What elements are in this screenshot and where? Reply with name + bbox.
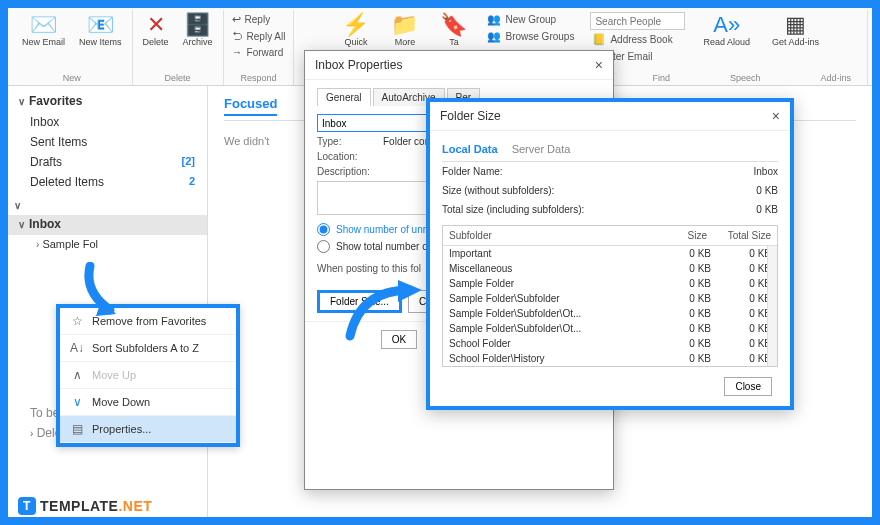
ribbon-group-label: New [63, 73, 81, 83]
sidebar-item-drafts[interactable]: Drafts[2] [8, 152, 207, 172]
dialog-title: Folder Size [440, 109, 501, 123]
table-row[interactable]: Sample Folder\Subfolder\Ot...0 KB0 KB [443, 321, 777, 336]
sort-icon: A↓ [70, 341, 84, 355]
tab-server-data[interactable]: Server Data [512, 143, 571, 155]
dialog-titlebar: Folder Size × [430, 102, 790, 131]
watermark-icon: T [18, 497, 36, 515]
size-label: Size (without subfolders): [442, 185, 554, 196]
subfolder-table: Subfolder Size Total Size Important0 KB0… [442, 225, 778, 367]
move-button[interactable]: 📁More [387, 12, 422, 50]
search-people-input[interactable] [590, 12, 685, 30]
reply-icon: ↩ [232, 13, 241, 26]
inbox-folder-selected[interactable]: ∨Inbox [8, 215, 207, 235]
scrollbar[interactable] [767, 246, 777, 366]
cm-move-up: ∧Move Up [60, 362, 236, 389]
browse-groups-button[interactable]: 👥Browse Groups [485, 29, 576, 44]
address-book-button[interactable]: 📒Address Book [590, 32, 685, 47]
table-body: Important0 KB0 KBMiscellaneous0 KB0 KBSa… [443, 246, 777, 366]
sidebar-item-sent[interactable]: Sent Items [8, 132, 207, 152]
tab-focused[interactable]: Focused [224, 96, 277, 116]
chevron-right-icon: › [30, 428, 33, 439]
tab-general[interactable]: General [317, 88, 371, 106]
table-row[interactable]: Miscellaneous0 KB0 KB [443, 261, 777, 276]
ribbon-group-label: Respond [241, 73, 277, 83]
table-row[interactable]: Sample Folder\Subfolder0 KB0 KB [443, 291, 777, 306]
archive-button[interactable]: 🗄️Archive [179, 12, 217, 50]
radio-total-input[interactable] [317, 240, 330, 253]
reply-button[interactable]: ↩Reply [230, 12, 288, 27]
ribbon-group-new: ✉️New Email 📧New Items New [12, 10, 133, 85]
mail-new-icon: 📧 [87, 14, 114, 36]
ribbon-group-label: Speech [730, 73, 761, 83]
tags-button[interactable]: 🔖Ta [436, 12, 471, 50]
speaker-icon: A» [713, 14, 740, 36]
close-button[interactable]: × [772, 108, 780, 124]
close-button[interactable]: Close [724, 377, 772, 396]
properties-icon: ▤ [70, 422, 84, 436]
watermark: T TEMPLATE.NET [18, 497, 152, 515]
annotation-arrow [82, 262, 132, 322]
new-group-button[interactable]: 👥New Group [485, 12, 576, 27]
arrow-down-icon: ∨ [70, 395, 84, 409]
dialog-title: Inbox Properties [315, 58, 402, 72]
mail-icon: ✉️ [30, 14, 57, 36]
col-subfolder: Subfolder [449, 230, 643, 241]
new-items-button[interactable]: 📧New Items [75, 12, 126, 50]
get-addins-button[interactable]: ▦Get Add-ins [768, 12, 823, 50]
lightning-icon: ⚡ [342, 14, 369, 36]
folder-move-icon: 📁 [391, 14, 418, 36]
forward-button[interactable]: →Forward [230, 45, 288, 59]
type-label: Type: [317, 136, 377, 147]
new-email-button[interactable]: ✉️New Email [18, 12, 69, 50]
table-row[interactable]: School Folder\History0 KB0 KB [443, 351, 777, 366]
reply-all-icon: ⮌ [232, 30, 243, 42]
table-row[interactable]: Sample Folder0 KB0 KB [443, 276, 777, 291]
folder-context-menu: ☆Remove from Favorites A↓Sort Subfolders… [56, 304, 240, 447]
radio-unread-input[interactable] [317, 223, 330, 236]
account-header[interactable]: ∨ [8, 198, 207, 215]
table-row[interactable]: Sample Folder\Subfolder\Ot...0 KB0 KB [443, 306, 777, 321]
chevron-right-icon: › [36, 239, 39, 250]
size-value: 0 KB [756, 185, 778, 196]
addins-icon: ▦ [785, 14, 806, 36]
ribbon-group-delete: ✕Delete 🗄️Archive Delete [133, 10, 224, 85]
folder-name-label: Folder Name: [442, 166, 503, 177]
ribbon-group-label: Add-ins [820, 73, 851, 83]
close-button[interactable]: × [595, 57, 603, 73]
sidebar-item-deleted[interactable]: Deleted Items2 [8, 172, 207, 192]
ribbon-group-label: Find [652, 73, 670, 83]
description-label: Description: [317, 166, 377, 177]
tab-local-data[interactable]: Local Data [442, 143, 498, 155]
chevron-down-icon: ∨ [18, 96, 25, 107]
ribbon-group-respond: ↩Reply ⮌Reply All →Forward Respond [224, 10, 295, 85]
forward-icon: → [232, 46, 243, 58]
chevron-down-icon: ∨ [14, 200, 21, 211]
favorites-header[interactable]: ∨Favorites [8, 92, 207, 112]
book-icon: 📒 [592, 33, 606, 46]
people-icon: 👥 [487, 30, 501, 43]
arrow-up-icon: ∧ [70, 368, 84, 382]
annotation-arrow [340, 278, 430, 348]
cm-move-down[interactable]: ∨Move Down [60, 389, 236, 416]
folder-size-tabs: Local Data Server Data [442, 139, 778, 162]
quick-steps-button[interactable]: ⚡Quick [338, 12, 373, 50]
delete-button[interactable]: ✕Delete [139, 12, 173, 50]
folder-size-dialog: Folder Size × Local Data Server Data Fol… [426, 98, 794, 410]
table-row[interactable]: School Folder0 KB0 KB [443, 336, 777, 351]
col-total: Total Size [707, 230, 771, 241]
reply-all-button[interactable]: ⮌Reply All [230, 29, 288, 43]
table-row[interactable]: Important0 KB0 KB [443, 246, 777, 261]
total-size-value: 0 KB [756, 204, 778, 215]
watermark-text: TEMPLATE.NET [40, 498, 152, 514]
chevron-down-icon: ∨ [18, 219, 25, 230]
sidebar-item-sample[interactable]: › Sample Fol [8, 235, 207, 253]
cm-sort-subfolders[interactable]: A↓Sort Subfolders A to Z [60, 335, 236, 362]
cm-properties[interactable]: ▤Properties... [60, 416, 236, 443]
total-size-label: Total size (including subfolders): [442, 204, 584, 215]
people-plus-icon: 👥 [487, 13, 501, 26]
tag-icon: 🔖 [440, 14, 467, 36]
table-header: Subfolder Size Total Size [443, 226, 777, 246]
read-aloud-button[interactable]: A»Read Aloud [699, 12, 754, 50]
sidebar-item-inbox[interactable]: Inbox [8, 112, 207, 132]
location-label: Location: [317, 151, 377, 162]
